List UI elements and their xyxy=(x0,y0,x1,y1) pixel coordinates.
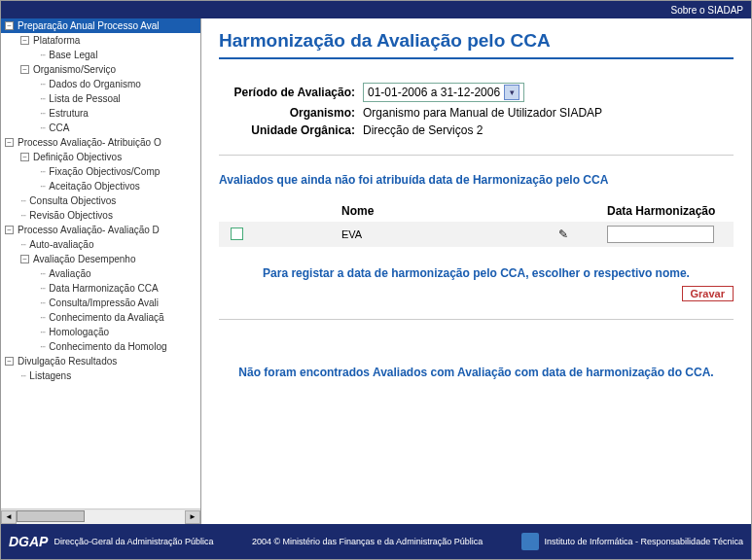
tree-item-16[interactable]: −Avaliação Desempenho xyxy=(1,252,200,266)
tree-item-label: Estrutura xyxy=(49,108,89,119)
tree-item-label: Aceitação Objectivos xyxy=(49,181,139,192)
instruction-text: Para registar a data de harmonização pel… xyxy=(219,266,734,280)
tree-dot-icon xyxy=(20,210,25,221)
tree-item-label: Listagens xyxy=(29,370,71,381)
row-checkbox[interactable] xyxy=(231,228,243,240)
tree-item-9[interactable]: −Definição Objectivos xyxy=(1,150,200,164)
tree-item-21[interactable]: Homologação xyxy=(1,325,200,339)
tree-dot-icon xyxy=(40,79,45,89)
tree-item-label: Homologação xyxy=(49,327,109,337)
tree-item-2[interactable]: Base Legal xyxy=(1,48,200,62)
tree-item-12[interactable]: Consulta Objectivos xyxy=(1,193,200,208)
tree-item-label: Auto-avaliação xyxy=(29,239,93,250)
tree-item-label: Avaliação Desempenho xyxy=(33,254,135,264)
tree-toggle-icon[interactable]: − xyxy=(20,36,29,45)
divider-2 xyxy=(219,319,734,320)
tree-dot-icon xyxy=(40,50,45,60)
tree-toggle-icon[interactable]: − xyxy=(5,21,14,30)
scroll-thumb[interactable] xyxy=(17,510,85,522)
tree-item-17[interactable]: Avaliação xyxy=(1,266,200,281)
main-content: Harmonização da Avaliação pelo CCA Perío… xyxy=(201,18,751,524)
period-select[interactable]: 01-01-2006 a 31-12-2006 ▾ xyxy=(363,83,524,102)
avaliados-table: Nome Data Harmonização EVA ✎ xyxy=(219,200,734,247)
tree-toggle-icon[interactable]: − xyxy=(20,65,29,74)
tree-item-20[interactable]: Conhecimento da Avaliaçã xyxy=(1,310,200,325)
tree-item-label: Fixação Objectivos/Comp xyxy=(49,166,160,177)
period-value: 01-01-2006 a 31-12-2006 xyxy=(368,86,500,99)
tree-item-label: Conhecimento da Homolog xyxy=(49,341,166,352)
date-input[interactable] xyxy=(607,226,714,243)
tree-dot-icon xyxy=(20,239,25,250)
tree-toggle-icon[interactable]: − xyxy=(20,255,29,263)
edit-icon[interactable]: ✎ xyxy=(558,228,568,241)
tree-item-22[interactable]: Conhecimento da Homolog xyxy=(1,339,200,354)
scroll-right-icon[interactable]: ► xyxy=(185,510,200,524)
footer-right-text: Instituto de Informática - Responsabilid… xyxy=(545,537,743,546)
tree-dot-icon xyxy=(40,122,45,133)
tree-item-label: Organismo/Serviço xyxy=(33,64,116,75)
chevron-down-icon[interactable]: ▾ xyxy=(504,85,519,100)
tree-dot-icon xyxy=(40,283,45,294)
tree-item-label: CCA xyxy=(49,122,69,133)
period-label: Período de Avaliação: xyxy=(219,86,355,99)
row-name[interactable]: EVA xyxy=(341,228,362,240)
tree-item-4[interactable]: Dados do Organismo xyxy=(1,77,200,91)
button-row: Gravar xyxy=(219,286,734,301)
divider xyxy=(219,155,734,156)
tree-dot-icon xyxy=(20,195,25,206)
tree-item-label: Dados do Organismo xyxy=(49,79,141,89)
about-link[interactable]: Sobre o SIADAP xyxy=(671,5,743,16)
tree-item-23[interactable]: −Divulgação Resultados xyxy=(1,354,200,368)
footer-left: Direcção-Geral da Administração Pública xyxy=(54,537,213,546)
tree-dot-icon xyxy=(40,108,45,119)
tree-item-label: Lista de Pessoal xyxy=(49,93,120,104)
tree-item-11[interactable]: Aceitação Objectivos xyxy=(1,179,200,193)
tree-item-label: Avaliação xyxy=(49,268,90,279)
tree-item-0[interactable]: −Preparação Anual Processo Aval xyxy=(1,18,200,33)
notice-text: Não foram encontrados Avaliados com Aval… xyxy=(219,364,734,381)
nav-tree: −Preparação Anual Processo Aval−Platafor… xyxy=(1,18,200,508)
tree-item-18[interactable]: Data Harmonização CCA xyxy=(1,281,200,296)
tree-item-3[interactable]: −Organismo/Serviço xyxy=(1,62,200,77)
tree-item-24[interactable]: Listagens xyxy=(1,368,200,383)
tree-item-10[interactable]: Fixação Objectivos/Comp xyxy=(1,164,200,179)
tree-item-label: Consulta/Impressão Avali xyxy=(49,298,159,308)
tree-dot-icon xyxy=(20,370,25,381)
tree-dot-icon xyxy=(40,298,45,308)
tree-item-label: Revisão Objectivos xyxy=(29,210,113,221)
tree-toggle-icon[interactable]: − xyxy=(5,226,14,234)
tree-item-label: Conhecimento da Avaliaçã xyxy=(49,312,163,323)
tree-item-label: Processo Avaliação- Avaliação D xyxy=(18,225,160,235)
tree-item-14[interactable]: −Processo Avaliação- Avaliação D xyxy=(1,223,200,237)
tree-toggle-icon[interactable]: − xyxy=(5,357,14,366)
footer-right-icon xyxy=(521,533,539,550)
tree-item-7[interactable]: CCA xyxy=(1,121,200,135)
tree-item-8[interactable]: −Processo Avaliação- Atribuição O xyxy=(1,135,200,150)
tree-dot-icon xyxy=(40,181,45,192)
scroll-left-icon[interactable]: ◄ xyxy=(1,510,17,524)
tree-dot-icon xyxy=(40,268,45,279)
tree-item-13[interactable]: Revisão Objectivos xyxy=(1,208,200,223)
table-header: Nome Data Harmonização xyxy=(219,200,734,222)
tree-item-6[interactable]: Estrutura xyxy=(1,106,200,121)
tree-item-label: Processo Avaliação- Atribuição O xyxy=(18,137,161,148)
save-button[interactable]: Gravar xyxy=(682,286,734,301)
tree-dot-icon xyxy=(40,341,45,352)
tree-toggle-icon[interactable]: − xyxy=(5,138,14,147)
tree-item-19[interactable]: Consulta/Impressão Avali xyxy=(1,296,200,310)
tree-toggle-icon[interactable]: − xyxy=(20,153,29,161)
tree-dot-icon xyxy=(40,312,45,323)
scroll-track[interactable] xyxy=(17,510,185,524)
unit-label: Unidade Orgânica: xyxy=(219,123,355,137)
tree-item-5[interactable]: Lista de Pessoal xyxy=(1,91,200,106)
tree-item-label: Consulta Objectivos xyxy=(29,195,116,206)
tree-item-15[interactable]: Auto-avaliação xyxy=(1,237,200,252)
tree-item-label: Definição Objectivos xyxy=(33,152,122,162)
col-data: Data Harmonização xyxy=(607,204,734,218)
sidebar-hscroll[interactable]: ◄ ► xyxy=(1,508,200,524)
footer-mid: 2004 © Ministério das Finanças e da Admi… xyxy=(214,537,521,546)
tree-item-1[interactable]: −Plataforma xyxy=(1,33,200,48)
tree-dot-icon xyxy=(40,93,45,104)
topbar: Sobre o SIADAP xyxy=(1,1,751,18)
org-value: Organismo para Manual de Utilizador SIAD… xyxy=(363,106,602,120)
